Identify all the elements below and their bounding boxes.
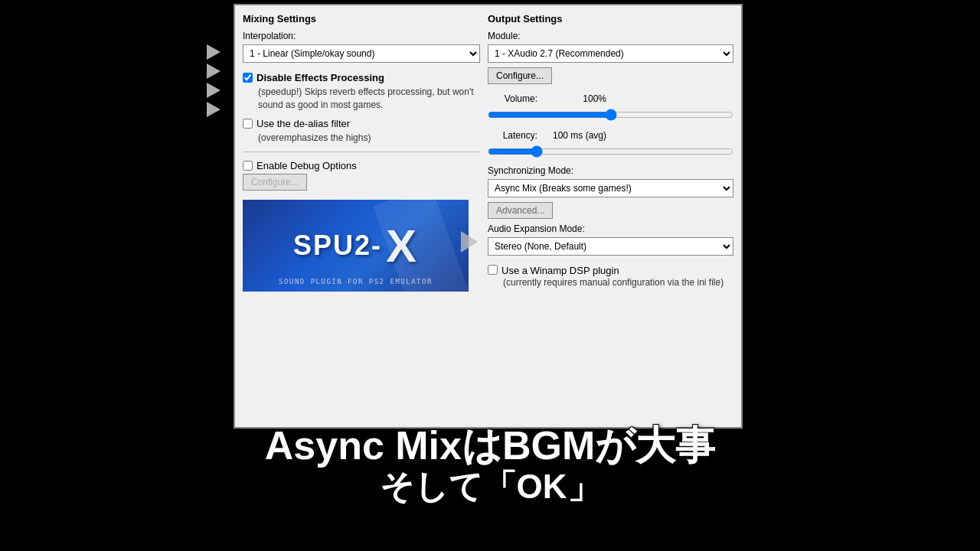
sync-mode-label: Synchronizing Mode:: [488, 165, 733, 176]
volume-label: Volume:: [488, 93, 537, 104]
logo-subtitle: SOUND PLUGIN FOR PS2 EMULATOR: [279, 278, 433, 285]
output-settings-title: Output Settings: [488, 13, 733, 24]
module-label: Module:: [488, 31, 733, 41]
enable-debug-checkbox[interactable]: [243, 161, 253, 171]
disable-effects-desc: (speedup!) Skips reverb effects processi…: [258, 86, 480, 112]
sync-mode-select[interactable]: Async Mix (Breaks some games!): [488, 179, 733, 197]
advanced-button[interactable]: Advanced...: [488, 202, 553, 219]
de-alias-label[interactable]: Use the de-alias filter: [256, 118, 350, 129]
module-select[interactable]: 1 - XAudio 2.7 (Recommended): [488, 44, 733, 63]
subtitle-bar: Async MixはBGMが大事 そして「OK」: [0, 424, 980, 505]
subtitle-line1: Async MixはBGMが大事: [0, 424, 980, 468]
enable-debug-label[interactable]: Enable Debug Options: [256, 160, 357, 171]
de-alias-checkbox[interactable]: [243, 119, 253, 129]
configure-debug-button[interactable]: Configure...: [243, 174, 307, 191]
subtitle-line2: そして「OK」: [0, 468, 980, 505]
de-alias-desc: (overemphasizes the highs): [258, 132, 480, 145]
logo-x-text: X: [386, 220, 418, 272]
disable-effects-label[interactable]: Disable Effects Processing: [256, 72, 384, 83]
spu2x-logo: SPU2- X SOUND PLUGIN FOR PS2 EMULATOR: [243, 200, 469, 292]
interpolation-select[interactable]: 1 - Linear (Simple/okay sound): [243, 44, 480, 63]
configure-output-button[interactable]: Configure...: [488, 67, 552, 84]
winamp-desc: (currently requires manual configuration…: [503, 276, 733, 289]
latency-label: Latency:: [488, 130, 537, 141]
disable-effects-checkbox[interactable]: [243, 73, 253, 83]
expansion-label: Audio Expansion Mode:: [488, 223, 733, 234]
winamp-label[interactable]: Use a Winamp DSP plugin: [501, 265, 619, 276]
expansion-select[interactable]: Stereo (None, Default): [488, 237, 733, 256]
winamp-checkbox[interactable]: [488, 265, 498, 275]
interpolation-label: Interpolation:: [243, 31, 480, 41]
volume-value: 100%: [545, 93, 606, 104]
latency-value: 100 ms (avg): [545, 130, 606, 141]
latency-slider[interactable]: [488, 145, 733, 158]
logo-main-text: SPU2-: [293, 230, 382, 262]
volume-slider[interactable]: [488, 109, 733, 121]
mixing-settings-title: Mixing Settings: [243, 13, 480, 24]
